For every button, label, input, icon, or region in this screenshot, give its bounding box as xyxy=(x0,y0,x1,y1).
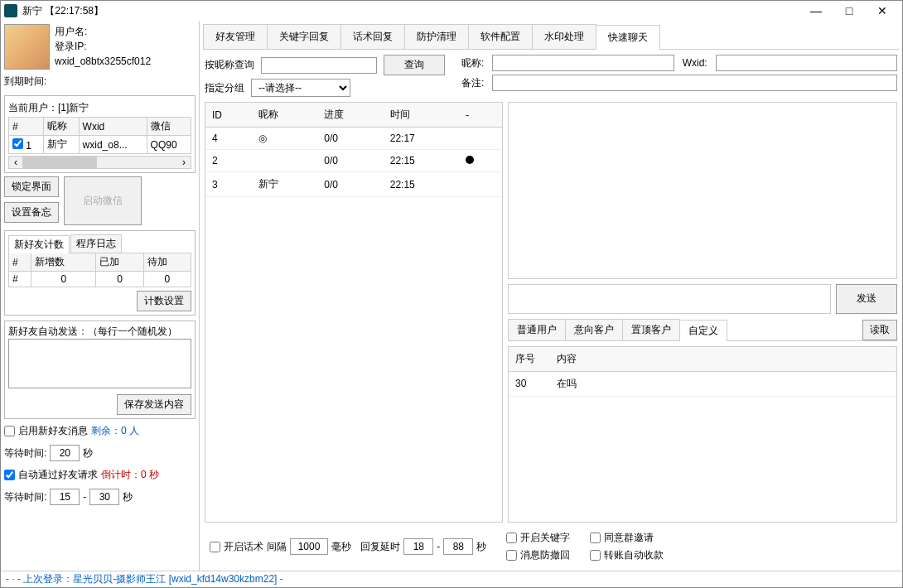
query-button[interactable]: 查询 xyxy=(384,55,445,75)
tab-log[interactable]: 程序日志 xyxy=(70,234,122,253)
subtab-normal[interactable]: 普通用户 xyxy=(508,319,566,340)
count-table: # 新增数 已加 待加 # 0 0 0 xyxy=(8,253,191,287)
tab-config[interactable]: 软件配置 xyxy=(468,24,533,49)
chat-list-table: ID 昵称 进度 时间 - 4◎0/022:17 20/022:15 xyxy=(205,103,502,197)
list-row[interactable]: 4◎0/022:17 xyxy=(205,128,502,150)
tab-friend-count[interactable]: 新好友计数 xyxy=(8,235,70,253)
window-title: 新宁 【22:17:58】 xyxy=(22,4,799,18)
tab-guard-clean[interactable]: 防护清理 xyxy=(404,24,469,49)
wait-input[interactable] xyxy=(50,445,80,461)
template-row[interactable]: 30 在吗 xyxy=(509,371,896,396)
memo-input[interactable] xyxy=(492,75,897,91)
memo-button[interactable]: 设置备忘 xyxy=(4,202,59,223)
username-label: 用户名: xyxy=(55,26,87,37)
query-input[interactable] xyxy=(261,57,377,74)
table-row[interactable]: 1 新宁 wxid_o8... QQ90 xyxy=(9,136,191,154)
start-wechat-button[interactable]: 启动微信 xyxy=(64,176,142,225)
current-user-label: 当前用户：[1]新宁 xyxy=(8,101,191,115)
count-set-button[interactable]: 计数设置 xyxy=(137,291,191,311)
status-bar: - · - 上次登录：星光贝贝-摄影师王江 [wxid_kfd14w30kzbm… xyxy=(1,571,902,587)
tab-friend-mgmt[interactable]: 好友管理 xyxy=(203,24,268,49)
open-script-check[interactable] xyxy=(210,542,220,552)
remain-text: 剩余：0 人 xyxy=(91,424,139,438)
group-label: 指定分组 xyxy=(205,81,244,95)
list-row[interactable]: 3新宁0/022:15 xyxy=(205,172,502,197)
save-send-button[interactable]: 保存发送内容 xyxy=(117,394,191,415)
delay-from-input[interactable] xyxy=(403,538,433,555)
wait-to-input[interactable] xyxy=(89,489,119,505)
enable-new-friend-check[interactable] xyxy=(4,426,15,436)
app-icon xyxy=(4,4,17,17)
anti-recall-check[interactable] xyxy=(506,550,517,561)
send-textarea[interactable] xyxy=(508,284,831,314)
tab-quick-chat[interactable]: 快速聊天 xyxy=(596,25,660,50)
main-tabs: 好友管理 关键字回复 话术回复 防护清理 软件配置 水印处理 快速聊天 xyxy=(203,24,899,50)
expire-label: 到期时间: xyxy=(4,75,46,89)
message-area[interactable] xyxy=(508,102,897,279)
countdown-text: 倒计时：0 秒 xyxy=(101,468,159,482)
maximize-button[interactable]: □ xyxy=(833,4,866,17)
wait-from-input[interactable] xyxy=(50,489,80,505)
subtab-intent[interactable]: 意向客户 xyxy=(565,319,623,340)
auto-send-label: 新好友自动发送：（每行一个随机发） xyxy=(8,325,191,339)
template-table: 序号 内容 30 在吗 xyxy=(509,347,896,397)
send-button[interactable]: 发送 xyxy=(836,284,897,314)
h-scrollbar[interactable]: ‹› xyxy=(8,156,191,169)
auto-accept-check[interactable] xyxy=(4,470,15,480)
subtab-custom[interactable]: 自定义 xyxy=(679,320,727,341)
auto-collect-check[interactable] xyxy=(590,550,601,561)
lock-button[interactable]: 锁定界面 xyxy=(4,176,59,197)
subtab-top[interactable]: 置顶客户 xyxy=(622,319,680,340)
tab-watermark[interactable]: 水印处理 xyxy=(532,24,596,49)
user-row-check[interactable] xyxy=(12,138,23,149)
ip-label: 登录IP: xyxy=(55,41,87,52)
agree-group-check[interactable] xyxy=(590,533,601,543)
list-row[interactable]: 20/022:15 xyxy=(205,150,502,172)
user-table: # 昵称 Wxid 微信 1 新宁 wxid_o8... QQ90 xyxy=(8,117,191,154)
wxid-value: wxid_o8btx3255cf012 xyxy=(55,54,151,69)
auto-send-textarea[interactable] xyxy=(8,339,191,388)
query-label: 按昵称查询 xyxy=(205,58,254,72)
wxid-input[interactable] xyxy=(716,55,897,71)
close-button[interactable]: ✕ xyxy=(866,4,899,17)
tab-script-reply[interactable]: 话术回复 xyxy=(340,24,405,49)
read-button[interactable]: 读取 xyxy=(862,320,897,340)
tab-keyword-reply[interactable]: 关键字回复 xyxy=(267,24,341,49)
nick-input[interactable] xyxy=(492,55,674,71)
group-select[interactable]: --请选择-- xyxy=(251,79,350,97)
status-dot-icon xyxy=(466,156,474,164)
delay-to-input[interactable] xyxy=(443,538,473,555)
minimize-button[interactable]: — xyxy=(799,4,833,17)
open-keyword-check[interactable] xyxy=(506,533,517,543)
interval-input[interactable] xyxy=(290,538,328,555)
avatar xyxy=(4,24,50,70)
